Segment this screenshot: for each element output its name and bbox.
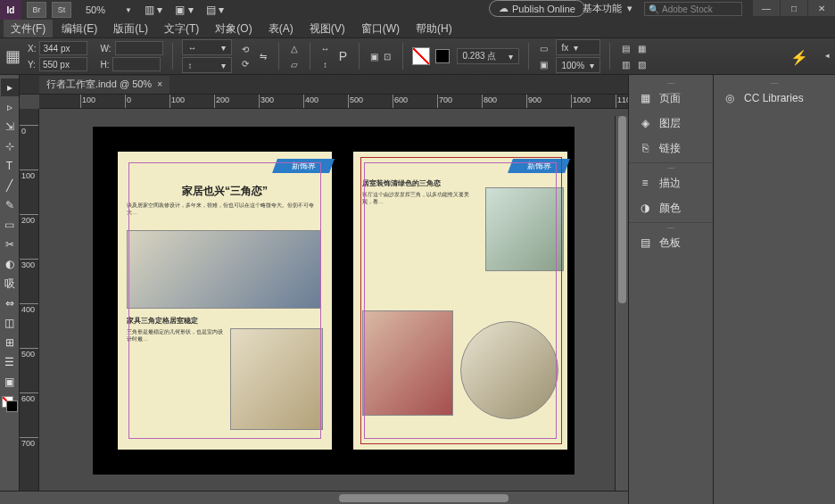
ruler-horizontal[interactable]: 100010020030040050060070080090010001100 xyxy=(39,95,628,109)
photo-dining xyxy=(485,187,564,271)
effects-icon[interactable]: ▭ xyxy=(538,42,550,54)
panel-links[interactable]: ⎘链接 xyxy=(629,136,713,161)
bridge-button[interactable]: Br xyxy=(27,2,46,18)
eyedropper-tool[interactable]: 吸 xyxy=(1,275,19,293)
type-tool[interactable]: T xyxy=(1,157,19,175)
scrollbar-thumb[interactable] xyxy=(618,116,626,303)
note-tool[interactable]: ▣ xyxy=(1,373,19,391)
opacity-field[interactable]: 100% ▾ xyxy=(556,57,601,73)
shear-icon[interactable]: ▱ xyxy=(288,58,301,70)
panel-color[interactable]: ◑颜色 xyxy=(629,195,713,220)
arrange-icon[interactable]: ▥ ▾ xyxy=(145,4,162,16)
headline: 家居也兴“三角恋” xyxy=(118,184,332,199)
grid-tool[interactable]: ⊞ xyxy=(1,334,19,351)
text-wrap-bound-icon[interactable]: ▥ xyxy=(619,58,632,70)
scrollbar-horizontal[interactable] xyxy=(0,491,628,504)
ribbon-tag: 新饰界 xyxy=(272,159,335,173)
frame-tool[interactable]: ◫ xyxy=(1,314,19,332)
close-tab-icon[interactable]: × xyxy=(157,79,162,89)
pages-icon: ▦ xyxy=(638,92,652,104)
document-tab[interactable]: 行者工作室.indd @ 50% × xyxy=(39,76,169,94)
stroke-proxy-icon xyxy=(6,401,18,412)
selection-tool[interactable]: ▸ xyxy=(1,78,19,96)
direct-selection-tool[interactable]: ▹ xyxy=(1,98,19,116)
stock-button[interactable]: St xyxy=(52,2,71,18)
stroke-weight-field[interactable]: 0.283 点▾ xyxy=(457,48,519,64)
object-style-icon[interactable]: ▣ xyxy=(538,58,550,70)
menu-file[interactable]: 文件(F) xyxy=(4,20,53,38)
color-icon: ◑ xyxy=(638,202,652,214)
control-bar: ▦ X:344 px Y:550 px W: H: ↔ ▾ ↕ ▾ ⟲ ⟳ ⇋ … xyxy=(0,37,835,75)
rotate-ccw-icon[interactable]: ⟲ xyxy=(239,43,252,55)
fill-swatch-none[interactable] xyxy=(412,47,430,65)
pen-tool[interactable]: ✎ xyxy=(1,196,19,214)
panel-stroke[interactable]: ≡描边 xyxy=(629,170,713,195)
scrollbar-vertical[interactable] xyxy=(615,116,628,491)
menu-type[interactable]: 文字(T) xyxy=(157,20,206,38)
publish-online-button[interactable]: ☁ Publish Online xyxy=(489,0,585,17)
flip-vertical-icon[interactable]: ↕ xyxy=(319,58,332,70)
line-tool[interactable]: ╱ xyxy=(1,177,19,194)
text-wrap-shape-icon[interactable]: ▦ xyxy=(635,42,648,54)
menu-edit[interactable]: 编辑(E) xyxy=(54,20,104,38)
zoom-level[interactable]: 50% ▼ xyxy=(79,3,132,17)
fill-stroke-proxy[interactable] xyxy=(2,396,18,412)
y-field[interactable]: 550 px xyxy=(39,57,87,71)
text-wrap-none-icon[interactable]: ▤ xyxy=(619,42,632,54)
hand-tool[interactable]: ⇔ xyxy=(1,294,19,312)
preview-icon[interactable]: ▤ ▾ xyxy=(206,4,224,16)
menu-object[interactable]: 对象(O) xyxy=(208,20,259,38)
search-placeholder: Adobe Stock xyxy=(662,4,713,14)
ruler-vertical[interactable]: 0100200300400500600700 xyxy=(20,109,39,504)
spread: 新饰界 家居也兴“三角恋” 谈及居家空间装修设计，多年来，很难，但也可以在这个略… xyxy=(93,127,575,475)
chevron-down-icon: ▾ xyxy=(627,3,632,14)
ribbon-tag-2: 新饰界 xyxy=(508,159,570,173)
rotate-angle-icon[interactable]: △ xyxy=(288,42,301,54)
flip-h-icon[interactable]: ⇋ xyxy=(257,50,269,62)
panel-pages[interactable]: ▦页面 xyxy=(629,86,713,111)
workspace-dropdown[interactable]: 基本功能 ▾ xyxy=(583,2,632,15)
menu-table[interactable]: 表(A) xyxy=(261,20,301,38)
scale-y-field[interactable]: ↕ ▾ xyxy=(182,57,232,73)
reference-point-icon[interactable]: ▦ xyxy=(5,46,21,66)
panel-swatches[interactable]: ▤色板 xyxy=(629,230,713,255)
menu-window[interactable]: 窗口(W) xyxy=(354,20,407,38)
scissors-tool[interactable]: ✂ xyxy=(1,235,19,253)
text-wrap-jump-icon[interactable]: ▧ xyxy=(635,58,648,70)
rectangle-tool[interactable]: ▭ xyxy=(1,216,19,234)
flip-horizontal-icon[interactable]: ↔ xyxy=(319,42,332,54)
rotate-cw-icon[interactable]: ⟳ xyxy=(239,57,252,70)
gpu-bolt-icon[interactable]: ⚡ xyxy=(790,49,808,66)
scale-x-field[interactable]: ↔ ▾ xyxy=(182,39,232,55)
screen-mode-icon[interactable]: ▣ ▾ xyxy=(175,4,193,16)
scrollbar-thumb[interactable] xyxy=(339,494,508,502)
x-field[interactable]: 344 px xyxy=(39,41,87,55)
page-tool[interactable]: ⇲ xyxy=(1,118,19,136)
gap-tool[interactable]: ⊹ xyxy=(1,137,19,155)
w-field[interactable] xyxy=(115,41,163,55)
container-select-icon[interactable]: ▣ xyxy=(368,50,381,62)
minimize-button[interactable]: — xyxy=(753,0,780,16)
menu-view[interactable]: 视图(V) xyxy=(302,20,352,38)
measure-tool[interactable]: ☰ xyxy=(1,353,19,371)
titlebar: Id Br St 50% ▼ ▥ ▾ ▣ ▾ ▤ ▾ ☁ Publish Onl… xyxy=(0,0,835,20)
body-para3: 客厅这个由沙发发挥三角，以多功能性又要美观，看… xyxy=(362,191,478,302)
stroke-swatch[interactable] xyxy=(435,49,450,63)
content-select-icon[interactable]: ⊡ xyxy=(381,50,393,62)
window-controls: — □ ✕ xyxy=(752,0,835,16)
selection-p-icon[interactable]: P xyxy=(337,50,350,62)
panel-layers[interactable]: ◈图层 xyxy=(629,111,713,136)
app-icon: Id xyxy=(0,0,21,20)
menu-help[interactable]: 帮助(H) xyxy=(409,20,459,38)
pasteboard[interactable]: 新饰界 家居也兴“三角恋” 谈及居家空间装修设计，多年来，很难，但也可以在这个略… xyxy=(39,109,628,504)
panel-cc-libraries[interactable]: ◎CC Libraries xyxy=(714,86,835,111)
fx-dropdown[interactable]: fx ▾ xyxy=(556,39,601,55)
menu-layout[interactable]: 版面(L) xyxy=(106,20,155,38)
expand-control-icon[interactable]: ◂ xyxy=(825,51,830,60)
stock-search-field[interactable]: 🔍 Adobe Stock xyxy=(644,2,742,16)
h-field[interactable] xyxy=(112,57,161,71)
photo-circle-lounge xyxy=(460,321,558,419)
close-button[interactable]: ✕ xyxy=(808,0,835,16)
maximize-button[interactable]: □ xyxy=(781,0,807,16)
gradient-tool[interactable]: ◐ xyxy=(1,255,19,273)
